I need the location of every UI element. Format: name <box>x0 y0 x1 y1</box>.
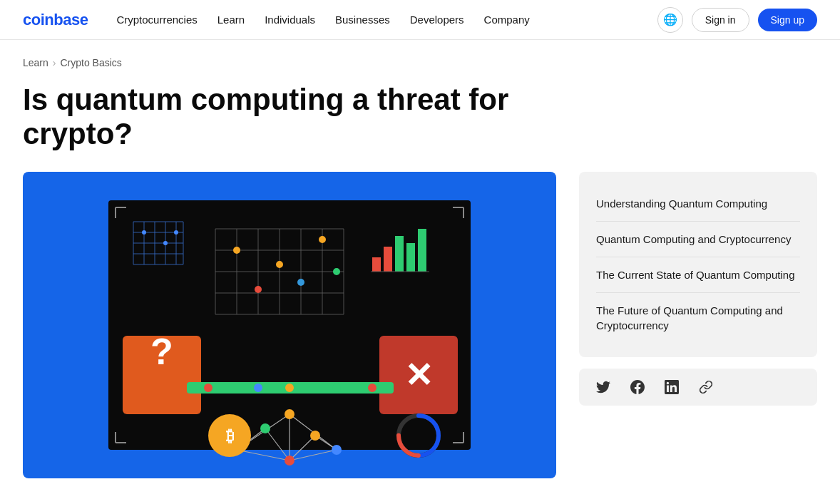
linkedin-icon <box>665 380 679 394</box>
nav-cryptocurrencies[interactable]: Cryptocurrencies <box>116 14 197 26</box>
toc-item-2[interactable]: Quantum Computing and Cryptocurrency <box>596 222 800 257</box>
svg-point-48 <box>368 384 377 392</box>
svg-point-15 <box>319 236 326 243</box>
svg-point-60 <box>332 445 342 455</box>
table-of-contents: Understanding Quantum Computing Quantum … <box>579 172 817 357</box>
logo[interactable]: coinbase <box>23 11 88 29</box>
facebook-share-icon[interactable] <box>630 380 645 394</box>
svg-point-14 <box>276 261 283 268</box>
svg-point-18 <box>333 268 340 275</box>
svg-point-31 <box>163 241 168 245</box>
svg-text:₿: ₿ <box>226 427 234 445</box>
svg-rect-36 <box>406 243 415 272</box>
svg-text:?: ? <box>150 331 173 372</box>
nav-company[interactable]: Company <box>484 14 530 26</box>
svg-line-56 <box>237 450 290 461</box>
content-area: Learn › Crypto Basics Is quantum computi… <box>0 40 840 495</box>
toc-item-1[interactable]: Understanding Quantum Computing <box>596 186 800 222</box>
breadcrumb: Learn › Crypto Basics <box>23 57 817 68</box>
breadcrumb-learn[interactable]: Learn <box>23 57 48 68</box>
svg-text:✕: ✕ <box>404 356 433 394</box>
svg-point-62 <box>310 431 320 441</box>
svg-point-16 <box>255 286 262 293</box>
svg-point-58 <box>285 409 294 419</box>
svg-line-57 <box>290 450 337 461</box>
svg-rect-37 <box>418 229 426 272</box>
twitter-share-icon[interactable] <box>596 380 610 394</box>
sign-up-button[interactable]: Sign up <box>758 9 817 31</box>
svg-rect-33 <box>372 257 381 272</box>
brand-name: coinbase <box>23 11 88 29</box>
nav-actions: 🌐 Sign in Sign up <box>657 7 817 33</box>
svg-point-44 <box>204 384 212 392</box>
share-box <box>579 369 817 406</box>
svg-point-47 <box>332 384 341 392</box>
sidebar: Understanding Quantum Computing Quantum … <box>579 172 817 406</box>
svg-point-61 <box>260 423 270 433</box>
breadcrumb-separator: › <box>53 57 56 68</box>
svg-point-45 <box>254 384 262 392</box>
svg-point-17 <box>297 279 304 286</box>
page-title: Is quantum computing a threat for crypto… <box>23 83 579 152</box>
breadcrumb-current: Crypto Basics <box>60 57 121 68</box>
nav-individuals[interactable]: Individuals <box>265 14 315 26</box>
language-button[interactable]: 🌐 <box>657 7 683 33</box>
facebook-icon <box>630 380 645 394</box>
two-column-layout: ? ✕ <box>23 172 817 478</box>
svg-rect-34 <box>384 247 392 272</box>
nav-learn[interactable]: Learn <box>217 14 245 26</box>
nav-developers[interactable]: Developers <box>410 14 464 26</box>
nav-businesses[interactable]: Businesses <box>335 14 390 26</box>
sign-in-button[interactable]: Sign in <box>692 8 749 32</box>
twitter-icon <box>596 380 610 394</box>
svg-rect-35 <box>395 236 404 272</box>
copy-link-icon[interactable] <box>699 380 713 394</box>
svg-point-32 <box>174 230 178 235</box>
hero-image: ? ✕ <box>23 172 556 478</box>
hero-illustration: ? ✕ <box>23 172 556 478</box>
navbar: coinbase Cryptocurrencies Learn Individu… <box>0 0 840 40</box>
svg-point-30 <box>142 230 146 235</box>
svg-point-13 <box>233 247 240 254</box>
toc-item-4[interactable]: The Future of Quantum Computing and Cryp… <box>596 293 800 343</box>
toc-item-3[interactable]: The Current State of Quantum Computing <box>596 257 800 293</box>
link-icon <box>699 380 713 394</box>
svg-point-63 <box>285 456 294 466</box>
linkedin-share-icon[interactable] <box>665 380 679 394</box>
nav-links: Cryptocurrencies Learn Individuals Busin… <box>116 14 657 26</box>
svg-point-46 <box>285 384 294 392</box>
